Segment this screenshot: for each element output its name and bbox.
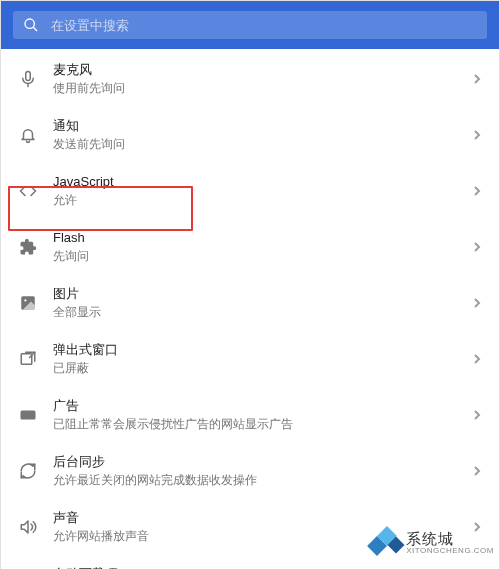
setting-title: JavaScript xyxy=(53,173,473,191)
setting-title: 自动下载项 xyxy=(53,565,473,569)
svg-rect-8 xyxy=(21,410,36,419)
speaker-icon xyxy=(17,518,39,536)
setting-title: 通知 xyxy=(53,117,473,135)
setting-text: 广告已阻止常常会展示侵扰性广告的网站显示广告 xyxy=(53,397,473,433)
chevron-right-icon xyxy=(473,73,481,85)
setting-item-images[interactable]: 图片全部显示 xyxy=(7,275,493,331)
bell-icon xyxy=(17,126,39,144)
setting-subtitle: 全部显示 xyxy=(53,304,473,321)
setting-title: 广告 xyxy=(53,397,473,415)
setting-item-popups[interactable]: 弹出式窗口已屏蔽 xyxy=(7,331,493,387)
setting-subtitle: 已阻止常常会展示侵扰性广告的网站显示广告 xyxy=(53,416,473,433)
setting-title: 后台同步 xyxy=(53,453,473,471)
setting-text: 麦克风使用前先询问 xyxy=(53,61,473,97)
setting-text: 弹出式窗口已屏蔽 xyxy=(53,341,473,377)
setting-title: 声音 xyxy=(53,509,473,527)
watermark-cn: 系统城 xyxy=(406,531,494,547)
svg-point-5 xyxy=(24,299,26,301)
search-icon xyxy=(23,17,39,33)
watermark: 系统城 XITONGCHENG.COM xyxy=(370,527,494,559)
setting-subtitle: 发送前先询问 xyxy=(53,136,473,153)
puzzle-icon xyxy=(17,238,39,256)
svg-line-1 xyxy=(33,27,37,31)
setting-text: JavaScript允许 xyxy=(53,173,473,209)
setting-subtitle: 允许 xyxy=(53,192,473,209)
search-input[interactable] xyxy=(51,18,477,33)
setting-item-flash[interactable]: Flash先询问 xyxy=(7,219,493,275)
setting-text: 自动下载项当网站下载第一个文件后要自动下载更多文件时询问您 xyxy=(53,565,473,569)
setting-item-mic[interactable]: 麦克风使用前先询问 xyxy=(7,51,493,107)
setting-text: 后台同步允许最近关闭的网站完成数据收发操作 xyxy=(53,453,473,489)
mic-icon xyxy=(17,70,39,88)
svg-point-0 xyxy=(25,19,34,28)
chevron-right-icon xyxy=(473,185,481,197)
chevron-right-icon xyxy=(473,353,481,365)
svg-rect-2 xyxy=(26,71,31,80)
watermark-logo-icon xyxy=(370,527,402,559)
chevron-right-icon xyxy=(473,241,481,253)
code-icon xyxy=(17,182,39,200)
setting-text: 通知发送前先询问 xyxy=(53,117,473,153)
ad-icon xyxy=(17,406,39,424)
setting-title: 弹出式窗口 xyxy=(53,341,473,359)
chevron-right-icon xyxy=(473,297,481,309)
setting-subtitle: 先询问 xyxy=(53,248,473,265)
setting-subtitle: 使用前先询问 xyxy=(53,80,473,97)
search-bar[interactable] xyxy=(13,11,487,39)
chevron-right-icon xyxy=(473,409,481,421)
chevron-right-icon xyxy=(473,129,481,141)
setting-title: 麦克风 xyxy=(53,61,473,79)
setting-title: 图片 xyxy=(53,285,473,303)
svg-rect-6 xyxy=(21,354,32,365)
sync-icon xyxy=(17,462,39,480)
settings-list: 麦克风使用前先询问通知发送前先询问JavaScript允许Flash先询问图片全… xyxy=(1,49,499,569)
setting-item-bgsync[interactable]: 后台同步允许最近关闭的网站完成数据收发操作 xyxy=(7,443,493,499)
setting-text: 图片全部显示 xyxy=(53,285,473,321)
search-header xyxy=(1,1,499,49)
watermark-en: XITONGCHENG.COM xyxy=(406,547,494,555)
image-icon xyxy=(17,294,39,312)
setting-text: Flash先询问 xyxy=(53,229,473,265)
setting-item-notify[interactable]: 通知发送前先询问 xyxy=(7,107,493,163)
setting-subtitle: 已屏蔽 xyxy=(53,360,473,377)
setting-subtitle: 允许最近关闭的网站完成数据收发操作 xyxy=(53,472,473,489)
setting-title: Flash xyxy=(53,229,473,247)
setting-item-js[interactable]: JavaScript允许 xyxy=(7,163,493,219)
chevron-right-icon xyxy=(473,465,481,477)
setting-item-ads[interactable]: 广告已阻止常常会展示侵扰性广告的网站显示广告 xyxy=(7,387,493,443)
popup-icon xyxy=(17,350,39,368)
svg-marker-9 xyxy=(21,521,28,533)
